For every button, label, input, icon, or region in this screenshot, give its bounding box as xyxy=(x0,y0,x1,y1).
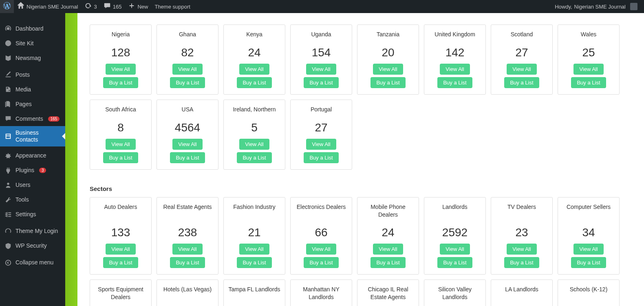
theme-support-link[interactable]: Theme support xyxy=(151,0,193,13)
comments-link[interactable]: 165 xyxy=(100,0,125,13)
sidebar-item-pages[interactable]: Pages xyxy=(0,97,65,111)
buy-list-button[interactable]: Buy a List xyxy=(304,77,338,88)
view-all-button[interactable]: View All xyxy=(440,244,470,255)
buy-list-button[interactable]: Buy a List xyxy=(504,77,539,88)
card-count: 5 xyxy=(227,121,282,134)
sidebar-item-plugins[interactable]: Plugins3 xyxy=(0,163,65,178)
admin-bar-right: Howdy, Nigerian SME Journal xyxy=(551,0,644,13)
view-all-button[interactable]: View All xyxy=(306,244,336,255)
buy-list-button[interactable]: Buy a List xyxy=(237,77,271,88)
buy-list-button[interactable]: Buy a List xyxy=(371,257,405,268)
new-label: New xyxy=(137,4,148,10)
card-tampa-fl-landlords: Tampa FL Landlords247View AllBuy a List xyxy=(223,279,285,306)
view-all-button[interactable]: View All xyxy=(106,139,135,150)
buy-list-button[interactable]: Buy a List xyxy=(170,77,205,88)
card-title: TV Dealers xyxy=(494,203,549,219)
card-title: Kenya xyxy=(227,31,282,39)
view-all-button[interactable]: View All xyxy=(172,64,202,75)
card-title: Sports Equipment Dealers xyxy=(93,286,148,301)
buy-list-button[interactable]: Buy a List xyxy=(304,152,338,163)
main-content: Nigeria128View AllBuy a ListGhana82View … xyxy=(65,13,644,306)
card-title: LA Landlords xyxy=(494,286,549,301)
buy-list-button[interactable]: Buy a List xyxy=(371,77,405,88)
sidebar-item-collapse[interactable]: Collapse menu xyxy=(0,255,65,270)
buy-list-button[interactable]: Buy a List xyxy=(437,77,472,88)
buy-list-button[interactable]: Buy a List xyxy=(103,77,138,88)
new-link[interactable]: New xyxy=(125,0,151,13)
card-count: 24 xyxy=(227,46,282,59)
card-landlords: Landlords2592View AllBuy a List xyxy=(424,197,486,275)
sidebar-item-label: WP Security xyxy=(15,242,47,249)
sidebar-item-business-contacts[interactable]: Business Contacts xyxy=(0,126,65,146)
view-all-button[interactable]: View All xyxy=(306,139,336,150)
wp-logo[interactable] xyxy=(0,0,14,13)
card-title: Portugal xyxy=(294,106,348,114)
buy-list-button[interactable]: Buy a List xyxy=(504,257,539,268)
view-all-button[interactable]: View All xyxy=(573,244,603,255)
sidebar-item-sitekit[interactable]: Site Kit xyxy=(0,36,65,51)
sidebar-item-dashboard[interactable]: Dashboard xyxy=(0,21,65,36)
view-all-button[interactable]: View All xyxy=(239,244,269,255)
buy-list-button[interactable]: Buy a List xyxy=(237,152,271,163)
card-ireland-northern: Ireland, Northern5View AllBuy a List xyxy=(223,100,285,170)
sidebar-item-appearance[interactable]: Appearance xyxy=(0,149,65,163)
view-all-button[interactable]: View All xyxy=(373,64,403,75)
card-fashion-industry: Fashion Industry21View AllBuy a List xyxy=(223,197,285,275)
pages-icon xyxy=(4,100,12,108)
buy-list-button[interactable]: Buy a List xyxy=(170,152,205,163)
buy-list-button[interactable]: Buy a List xyxy=(304,257,338,268)
admin-bar: Nigerian SME Journal 3 165 New Theme sup… xyxy=(0,0,644,13)
sidebar-item-newsmag[interactable]: Newsmag xyxy=(0,51,65,65)
card-count: 82 xyxy=(160,46,215,59)
view-all-button[interactable]: View All xyxy=(106,244,135,255)
buy-list-button[interactable]: Buy a List xyxy=(103,257,138,268)
view-all-button[interactable]: View All xyxy=(172,139,202,150)
card-title: Nigeria xyxy=(93,31,148,39)
collapse-icon xyxy=(4,259,12,267)
card-title: Manhattan NY Landlords xyxy=(294,286,348,301)
refresh-icon xyxy=(84,2,92,11)
card-sports-equipment-dealers: Sports Equipment Dealers22View AllBuy a … xyxy=(90,279,152,306)
buy-list-button[interactable]: Buy a List xyxy=(103,152,138,163)
howdy-user: Nigerian SME Journal xyxy=(574,4,626,10)
card-usa: USA4564View AllBuy a List xyxy=(157,100,218,170)
view-all-button[interactable]: View All xyxy=(106,64,135,75)
sidebar-item-wp-security[interactable]: WP Security xyxy=(0,239,65,253)
sidebar-item-media[interactable]: Media xyxy=(0,82,65,97)
view-all-button[interactable]: View All xyxy=(573,64,603,75)
card-title: Computer Sellers xyxy=(561,203,616,219)
sidebar-item-settings[interactable]: Settings xyxy=(0,207,65,222)
howdy-link[interactable]: Howdy, Nigerian SME Journal xyxy=(551,0,641,13)
card-count: 20 xyxy=(361,46,415,59)
view-all-button[interactable]: View All xyxy=(373,244,403,255)
buy-list-button[interactable]: Buy a List xyxy=(571,77,606,88)
buy-list-button[interactable]: Buy a List xyxy=(571,257,606,268)
sidebar-item-label: Plugins xyxy=(15,167,34,174)
sidebar-item-tools[interactable]: Tools xyxy=(0,193,65,207)
admin-sidebar: DashboardSite KitNewsmagPostsMediaPagesC… xyxy=(0,13,65,306)
card-la-landlords: LA Landlords449View AllBuy a List xyxy=(491,279,553,306)
site-name-link[interactable]: Nigerian SME Journal xyxy=(14,0,81,13)
buy-list-button[interactable]: Buy a List xyxy=(170,257,205,268)
sidebar-item-posts[interactable]: Posts xyxy=(0,67,65,82)
view-all-button[interactable]: View All xyxy=(172,244,202,255)
sidebar-item-comments[interactable]: Comments165 xyxy=(0,111,65,126)
sidebar-item-label: Pages xyxy=(15,101,32,108)
updates-count: 3 xyxy=(94,4,97,10)
buy-list-button[interactable]: Buy a List xyxy=(437,257,472,268)
view-all-button[interactable]: View All xyxy=(239,139,269,150)
view-all-button[interactable]: View All xyxy=(507,64,536,75)
sitekit-icon xyxy=(4,39,12,47)
card-count: 24 xyxy=(361,226,415,239)
updates-link[interactable]: 3 xyxy=(81,0,100,13)
view-all-button[interactable]: View All xyxy=(440,64,470,75)
card-count: 142 xyxy=(428,46,482,59)
wp-security-icon xyxy=(4,242,12,250)
view-all-button[interactable]: View All xyxy=(306,64,336,75)
newsmag-icon xyxy=(4,54,12,62)
view-all-button[interactable]: View All xyxy=(239,64,269,75)
sidebar-item-theme-my-login[interactable]: Theme My Login xyxy=(0,224,65,239)
view-all-button[interactable]: View All xyxy=(507,244,536,255)
sidebar-item-users[interactable]: Users xyxy=(0,178,65,193)
buy-list-button[interactable]: Buy a List xyxy=(237,257,271,268)
